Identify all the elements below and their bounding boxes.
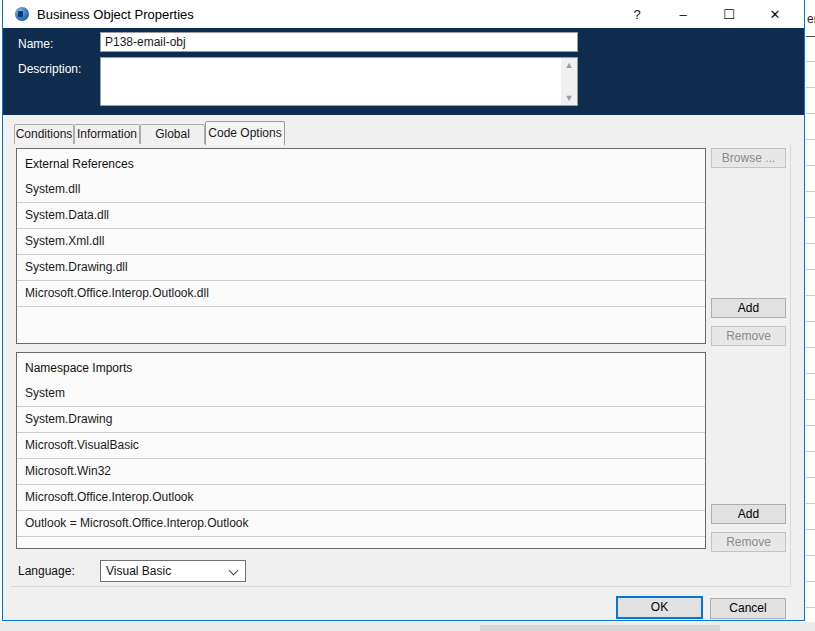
external-references-add-button[interactable]: Add	[711, 298, 786, 318]
tab-conditions[interactable]: Conditions	[14, 124, 74, 144]
list-item[interactable]: System	[17, 381, 705, 407]
browse-button[interactable]: Browse ...	[711, 148, 786, 168]
language-label: Language:	[18, 564, 75, 578]
window-controls: ? – ☐ ✕	[614, 0, 798, 28]
dialog-header: Name: Description: ▲ ▼	[3, 28, 804, 115]
maximize-button[interactable]: ☐	[706, 0, 752, 28]
app-icon	[15, 7, 29, 21]
namespace-imports-header: Namespace Imports	[17, 353, 705, 381]
background-partial-text: en	[807, 12, 815, 26]
list-item[interactable]: Microsoft.VisualBasic	[17, 433, 705, 459]
list-item[interactable]: Microsoft.Win32	[17, 459, 705, 485]
chevron-down-icon[interactable]: ▼	[565, 91, 574, 105]
external-references-list: External References System.dllSystem.Dat…	[16, 148, 706, 344]
background-bottom-shadow	[480, 625, 720, 631]
list-item[interactable]: Microsoft.Office.Interop.Outlook	[17, 485, 705, 511]
namespace-imports-add-button[interactable]: Add	[711, 504, 786, 524]
list-item[interactable]: Outlook = Microsoft.Office.Interop.Outlo…	[17, 511, 705, 537]
language-value: Visual Basic	[106, 564, 171, 578]
tab-information[interactable]: Information	[74, 124, 140, 144]
list-item[interactable]: System.Xml.dll	[17, 229, 705, 255]
namespace-imports-list: Namespace Imports SystemSystem.DrawingMi…	[16, 352, 706, 549]
name-input[interactable]	[100, 32, 578, 52]
name-label: Name:	[18, 37, 53, 51]
list-item[interactable]: System.Data.dll	[17, 203, 705, 229]
namespace-imports-remove-button[interactable]: Remove	[711, 532, 786, 552]
description-scrollbar[interactable]: ▲ ▼	[561, 58, 577, 105]
external-references-rows: System.dllSystem.Data.dllSystem.Xml.dllS…	[17, 177, 705, 307]
list-item[interactable]: System.dll	[17, 177, 705, 203]
chevron-down-icon	[229, 566, 239, 576]
chevron-up-icon[interactable]: ▲	[565, 58, 574, 72]
list-item[interactable]: System.Drawing	[17, 407, 705, 433]
external-references-remove-button[interactable]: Remove	[711, 326, 786, 346]
external-references-header: External References	[17, 149, 705, 177]
background-header-line	[806, 36, 815, 37]
title-bar[interactable]: Business Object Properties ? – ☐ ✕	[3, 0, 804, 28]
window-title: Business Object Properties	[37, 7, 194, 22]
minimize-button[interactable]: –	[660, 0, 706, 28]
close-button[interactable]: ✕	[752, 0, 798, 28]
namespace-imports-rows: SystemSystem.DrawingMicrosoft.VisualBasi…	[17, 381, 705, 537]
list-item[interactable]: System.Drawing.dll	[17, 255, 705, 281]
cancel-button[interactable]: Cancel	[710, 598, 786, 619]
description-input[interactable]: ▲ ▼	[100, 57, 578, 106]
description-label: Description:	[18, 62, 81, 76]
help-button[interactable]: ?	[614, 0, 660, 28]
tab-global-code[interactable]: Global Code	[140, 124, 205, 144]
screen: en Business Object Properties ? – ☐ ✕ Na…	[0, 0, 815, 631]
background-grid-rows	[806, 36, 815, 631]
ok-button[interactable]: OK	[616, 596, 703, 619]
language-dropdown[interactable]: Visual Basic	[100, 560, 246, 582]
list-item[interactable]: Microsoft.Office.Interop.Outlook.dll	[17, 281, 705, 307]
business-object-properties-dialog: Business Object Properties ? – ☐ ✕ Name:…	[2, 0, 805, 621]
tab-code-options[interactable]: Code Options	[205, 121, 285, 145]
